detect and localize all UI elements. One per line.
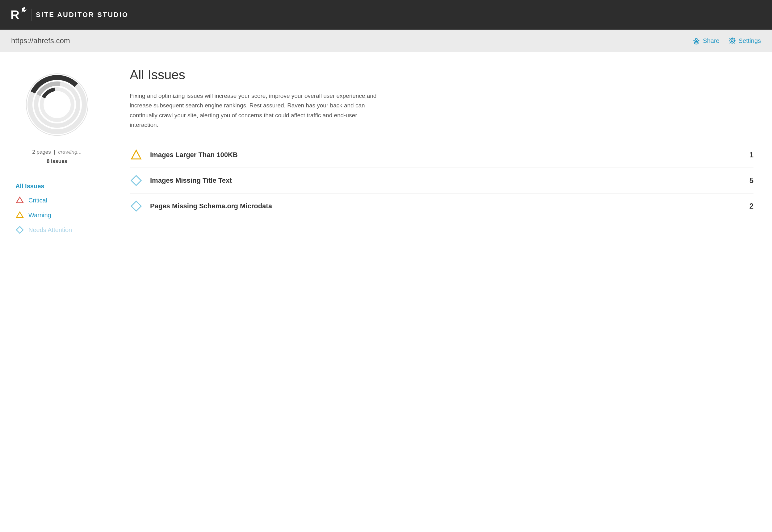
crawling-text: crawling... [58,149,82,155]
warning-icon [15,211,24,219]
all-issues-label: All Issues [15,183,44,190]
site-url: https://ahrefs.com [11,36,70,45]
issues-count: 8 issues [47,158,67,164]
critical-label: Critical [28,197,47,204]
svg-marker-25 [131,201,141,211]
content-title: All Issues [130,68,753,82]
donut-chart [23,71,91,140]
issue-row[interactable]: Pages Missing Schema.org Microdata 2 [130,193,753,219]
app-header: R SITE AUDITOR STUDIO [0,0,772,30]
share-icon [692,37,700,45]
svg-marker-24 [131,176,141,185]
svg-point-3 [695,38,698,40]
svg-rect-5 [695,41,698,42]
settings-icon [728,37,736,45]
logo-area: R SITE AUDITOR STUDIO [9,6,128,24]
issue-label-1: Images Missing Title Text [150,177,734,185]
url-actions: Share Settings [692,37,761,45]
app-title: SITE AUDITOR STUDIO [36,11,128,19]
needs-attention-icon [130,175,142,186]
sidebar-item-warning[interactable]: Warning [15,211,102,219]
issue-icon-0 [130,149,143,161]
issue-row[interactable]: Images Larger Than 100KB 1 [130,142,753,168]
issue-row[interactable]: Images Missing Title Text 5 [130,168,753,193]
content-description: Fixing and optimizing issues will increa… [130,91,383,130]
svg-text:R: R [10,8,19,22]
critical-icon [15,196,24,205]
svg-marker-22 [16,227,23,233]
svg-point-19 [47,94,68,115]
svg-point-11 [730,38,734,43]
issue-count-1: 5 [741,176,753,185]
sidebar-item-critical[interactable]: Critical [15,196,102,205]
issues-list: Images Larger Than 100KB 1 Images Missin… [130,142,753,219]
share-label: Share [703,37,719,44]
url-bar: https://ahrefs.com Share Settings [0,30,772,52]
pages-count: 2 pages [32,149,51,155]
warning-label: Warning [28,212,51,219]
issue-count-0: 1 [741,151,753,159]
settings-button[interactable]: Settings [728,37,761,45]
needs-attention-label: Needs Attention [28,227,72,234]
sidebar-item-needs-attention[interactable]: Needs Attention [15,226,102,234]
pages-info: 2 pages | crawling... [32,149,81,155]
sidebar: 2 pages | crawling... 8 issues All Issue… [0,52,111,532]
svg-marker-23 [131,150,141,159]
svg-marker-21 [16,212,23,218]
settings-label: Settings [739,37,761,44]
share-button[interactable]: Share [692,37,719,45]
header-divider [31,9,32,21]
svg-point-10 [731,40,733,42]
warning-icon [130,149,142,161]
svg-marker-20 [16,197,23,203]
sidebar-item-all-issues[interactable]: All Issues [15,183,102,190]
svg-point-4 [695,42,699,44]
needs-attention-icon [15,226,24,234]
issue-label-0: Images Larger Than 100KB [150,151,734,159]
issue-label-2: Pages Missing Schema.org Microdata [150,202,734,210]
content-area: All Issues Fixing and optimizing issues … [111,52,772,532]
raven-logo: R [9,6,28,24]
issue-icon-2 [130,200,143,212]
issue-count-2: 2 [741,202,753,210]
main-content: 2 pages | crawling... 8 issues All Issue… [0,52,772,532]
issue-icon-1 [130,175,143,186]
sidebar-divider [12,174,102,174]
needs-attention-icon [130,200,142,212]
sidebar-nav: All Issues Critical Warning [12,183,102,234]
